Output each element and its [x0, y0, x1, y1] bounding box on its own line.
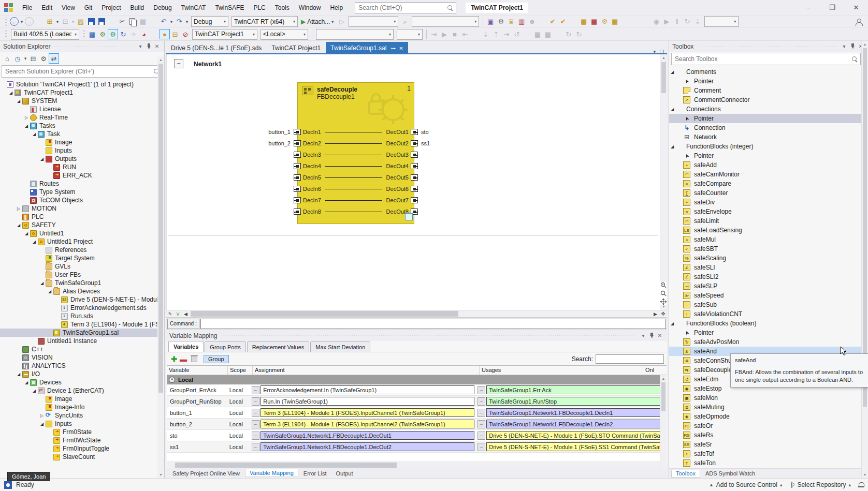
tree-item[interactable]: Alias Devices — [0, 287, 164, 295]
add-to-source-control-button[interactable]: ▲ Add to Source Control ▴ — [709, 481, 783, 488]
zoom-in-icon[interactable] — [660, 282, 667, 288]
toolbar-icon[interactable]: ▦ — [578, 17, 589, 27]
restore-button[interactable]: ❐ — [820, 0, 844, 15]
output-connector-icon[interactable] — [411, 186, 418, 192]
expander-icon[interactable] — [16, 99, 22, 103]
menu-item[interactable]: Window — [294, 2, 326, 13]
tree-item[interactable]: TcCOM Objects — [0, 196, 164, 204]
expander-icon[interactable] — [16, 372, 22, 377]
output-connector-icon[interactable] — [411, 163, 418, 169]
pin-icon[interactable] — [848, 42, 857, 51]
toolbar-icon[interactable] — [107, 17, 117, 27]
tree-item[interactable]: Untitled1 Instance — [0, 337, 164, 345]
assignment-browse-button[interactable]: ... — [252, 386, 259, 394]
usages-value[interactable]: TwinSafeGroup1.Network1.FBDecouple1.DecI… — [486, 408, 667, 417]
pin-icon[interactable] — [647, 332, 656, 340]
column-usages[interactable]: Usages — [480, 366, 643, 375]
tree-item[interactable]: Term 3 (EL1904) - Module 1 (FSC — [0, 320, 164, 329]
menu-item[interactable]: PLC — [249, 2, 270, 13]
toolbar-icon[interactable]: ◉ — [651, 17, 661, 27]
output-pin-label[interactable]: DecOut7 — [386, 197, 409, 203]
input-connector-icon[interactable] — [294, 163, 301, 169]
toolbar-icon[interactable]: ▾ — [70, 17, 76, 27]
assignment-browse-button[interactable]: ... — [252, 443, 259, 451]
toolbar-icon[interactable] — [568, 17, 578, 27]
safedecouple-function-block[interactable]: safeDecouple FBDecouple1 1 — [297, 82, 414, 224]
solution-explorer-scrollbar[interactable]: ▲ ▼ — [157, 56, 164, 478]
toolbox-item[interactable]: ! safeViolationCNT — [669, 309, 868, 319]
toolbar-icon[interactable] — [86, 17, 96, 27]
expander-icon[interactable] — [16, 223, 22, 228]
toolbar-icon[interactable]: ▤ — [138, 17, 148, 27]
assignment-browse-button[interactable]: ... — [252, 420, 259, 428]
column-variable[interactable]: Variable — [167, 366, 228, 375]
input-connector-icon[interactable] — [294, 140, 301, 146]
document-tab[interactable]: TwinCAT Project1 ⊶ ✕ — [267, 42, 325, 54]
tree-item[interactable]: I/O — [0, 370, 164, 378]
toolbar-icon[interactable]: ↻ — [682, 17, 692, 27]
canvas-vertical-scrollbar[interactable]: ▲ ▼ — [660, 54, 667, 310]
tree-item[interactable]: Inputs — [0, 420, 164, 428]
toolbar-icon[interactable]: ✔ — [547, 17, 558, 27]
tree-item[interactable]: Image — [0, 395, 164, 403]
toolbar-icon[interactable]: ✧ — [128, 29, 139, 39]
variable-row[interactable]: ss1 Local ... TwinSafeGroup1.Network1.FB… — [167, 441, 667, 453]
solution-explorer-tool-icon[interactable]: ⊟ — [28, 53, 38, 64]
toolbar-icon[interactable] — [620, 17, 630, 27]
toolbox-item[interactable]: ◠ safeCamMonitor — [669, 170, 868, 179]
window-menu-icon[interactable]: ▾ — [136, 42, 144, 51]
toolbar-icon[interactable]: ▣ — [485, 17, 496, 27]
toolbar-icon[interactable] — [148, 17, 158, 27]
toolbar-icon[interactable]: ▨ — [76, 17, 86, 27]
scrollbar-thumb[interactable] — [191, 311, 458, 317]
toolbar-icon[interactable]: ⊘ — [180, 29, 191, 39]
usages-browse-button[interactable]: ... — [478, 409, 485, 417]
edit-mode-icon[interactable]: ✎ — [166, 310, 174, 317]
tree-item[interactable]: Frm0State — [0, 428, 164, 436]
menu-item[interactable]: Help — [325, 2, 348, 13]
window-menu-icon[interactable]: ▾ — [639, 332, 647, 340]
toolbox-item[interactable]: ⊣ safeSLP — [669, 281, 868, 291]
toolbox-item[interactable]: ≣ safeMuting — [669, 403, 868, 412]
table-horizontal-scrollbar[interactable] — [167, 462, 660, 468]
assignment-browse-button[interactable]: ... — [252, 432, 259, 440]
toolbox-item[interactable]: Pointer — [669, 77, 868, 86]
usages-browse-button[interactable]: ... — [478, 386, 485, 394]
minimize-button[interactable]: – — [797, 0, 820, 15]
tree-item[interactable]: TwinCAT Project1 — [0, 88, 164, 97]
tree-item[interactable]: Run.sds — [0, 312, 164, 320]
toolbox-item[interactable]: Pointer — [669, 114, 868, 123]
expander-icon[interactable] — [39, 281, 45, 286]
expander-icon[interactable] — [23, 124, 30, 128]
toolbar-icon[interactable]: ↻ — [574, 29, 584, 39]
menu-item[interactable]: Edit — [37, 2, 57, 13]
variable-row[interactable]: button_2 Local ... Term 3 (EL1904) - Mod… — [167, 419, 667, 430]
input-connector-icon[interactable] — [294, 129, 301, 135]
expander-icon[interactable] — [669, 144, 675, 149]
input-pin-label[interactable]: DecIn1 — [303, 129, 321, 135]
toolbar-icon[interactable] — [522, 29, 532, 39]
expander-icon[interactable] — [31, 389, 37, 393]
zoom-icon[interactable] — [660, 290, 667, 296]
expander-icon[interactable] — [669, 321, 675, 326]
tree-item[interactable]: Task — [0, 130, 164, 138]
close-icon[interactable]: ✕ — [153, 42, 161, 51]
toolbar-icon[interactable]: ● — [160, 29, 170, 39]
tree-item[interactable]: Devices — [0, 378, 164, 386]
usages-browse-button[interactable]: ... — [478, 397, 485, 406]
tree-item[interactable]: Type System — [0, 188, 164, 196]
toolbar-icon[interactable]: ▦ — [532, 29, 543, 39]
toolbox-item[interactable]: + safeAdd — [669, 160, 868, 170]
feedback-icon[interactable] — [855, 18, 863, 26]
assignment-value[interactable]: Term 3 (EL1904) - Module 1 (FSOES).Input… — [261, 420, 474, 428]
add-variable-button[interactable]: ✚ — [169, 355, 179, 363]
toolbox-item[interactable]: ≫ safeSpeed — [669, 291, 868, 300]
usages-browse-button[interactable]: ... — [478, 443, 485, 451]
selection-handle[interactable] — [405, 213, 413, 220]
tree-item[interactable]: SYSTEM — [0, 97, 164, 105]
tree-item[interactable]: Untitled1 Project — [0, 237, 164, 246]
empty-combo-1[interactable]: ▾ — [349, 16, 398, 27]
usages-value[interactable]: TwinSafeGroup1.Run/Stop — [486, 397, 667, 406]
tree-item[interactable]: Inputs — [0, 146, 164, 155]
input-connector-icon[interactable] — [294, 209, 301, 215]
